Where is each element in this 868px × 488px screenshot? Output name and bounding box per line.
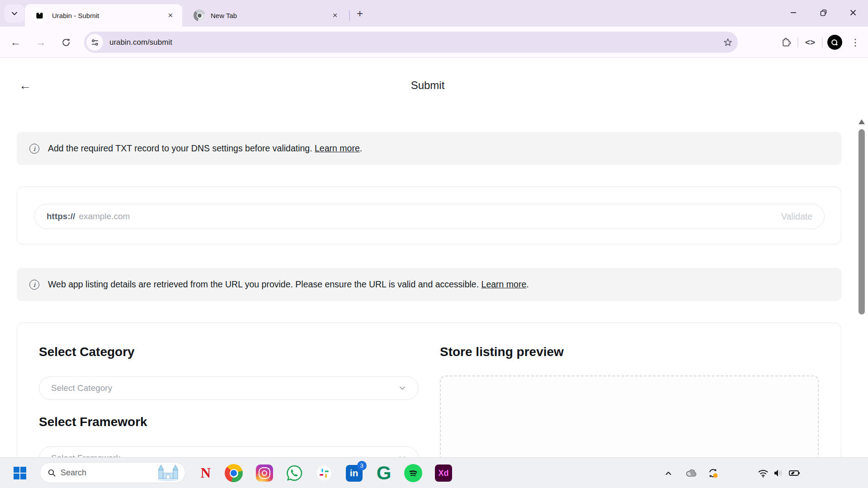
- dev-code-button[interactable]: <>: [801, 33, 819, 52]
- taskbar-chrome-button[interactable]: [225, 464, 243, 482]
- puzzle-icon: [781, 37, 791, 47]
- notice-period: .: [360, 143, 362, 153]
- minimize-icon: [790, 9, 797, 16]
- tune-icon: [91, 38, 99, 47]
- tab-title: Urabin - Submit: [52, 12, 165, 19]
- netflix-icon: N: [201, 465, 211, 481]
- tab-urabin-submit[interactable]: Urabin - Submit ×: [25, 4, 182, 27]
- category-select[interactable]: Select Category: [39, 376, 419, 400]
- scrollbar-thumb[interactable]: [859, 129, 865, 314]
- tab-search-button[interactable]: [5, 5, 24, 23]
- instagram-icon: [256, 465, 273, 482]
- tray-sync-button[interactable]: [704, 464, 722, 482]
- tab-new-tab[interactable]: New Tab ×: [186, 4, 347, 27]
- restore-button[interactable]: [808, 0, 838, 25]
- linkedin-notification-badge: 3: [357, 461, 367, 470]
- taskbar-grammarly-button[interactable]: G: [375, 464, 393, 482]
- back-button[interactable]: ←: [5, 27, 25, 58]
- whatsapp-icon: [285, 464, 303, 482]
- category-select-value: Select Category: [51, 383, 398, 393]
- windows-logo-icon: [20, 474, 26, 479]
- browser-tab-strip: Urabin - Submit × New Tab × +: [0, 0, 868, 27]
- toolbar-divider: [822, 38, 823, 47]
- chrome-icon: [225, 464, 243, 482]
- preview-title: Store listing preview: [440, 345, 564, 359]
- taskbar-search[interactable]: [40, 462, 185, 483]
- profile-button[interactable]: [826, 33, 844, 52]
- new-tab-button[interactable]: +: [353, 7, 367, 20]
- category-label: Select Category: [39, 345, 135, 359]
- sync-update-icon: [707, 467, 719, 479]
- taskbar-whatsapp-button[interactable]: [285, 464, 303, 482]
- slack-icon: [315, 464, 333, 482]
- framework-select-value: Select Framework: [51, 453, 398, 457]
- chevron-down-icon: [11, 10, 18, 17]
- info-icon: i: [29, 144, 39, 154]
- reload-button[interactable]: [56, 27, 76, 58]
- search-highlight-castle-icon[interactable]: [154, 464, 182, 482]
- tab-close-icon[interactable]: ×: [165, 10, 176, 21]
- tray-volume-button[interactable]: [769, 464, 788, 482]
- chevron-down-icon: [398, 384, 406, 392]
- validate-button[interactable]: Validate: [781, 211, 812, 222]
- taskbar-linkedin-button[interactable]: in 3: [345, 464, 363, 482]
- profile-avatar: [827, 35, 842, 50]
- info-icon: i: [29, 280, 39, 290]
- notice-period: .: [526, 279, 528, 289]
- windows-logo-icon: [14, 474, 19, 479]
- toolbar-right-icons: <> ⋮: [777, 27, 864, 58]
- address-bar[interactable]: urabin.com/submit: [84, 32, 738, 53]
- browser-toolbar: ← → urabin.com/submit <>: [0, 27, 868, 58]
- tray-onedrive-button[interactable]: [682, 464, 700, 482]
- battery-saver-icon: [788, 467, 801, 479]
- wifi-icon: [757, 467, 769, 479]
- taskbar-slack-button[interactable]: [315, 464, 333, 482]
- search-icon: [47, 469, 56, 477]
- protocol-prefix: https://: [47, 211, 75, 221]
- tray-show-hidden-icons[interactable]: [659, 464, 677, 482]
- store-listing-preview-box: [440, 375, 819, 457]
- bookmark-star-icon: [723, 38, 733, 47]
- windows-logo-icon: [14, 467, 19, 473]
- speaker-icon: [773, 467, 784, 479]
- menu-button[interactable]: ⋮: [846, 33, 864, 52]
- search-input[interactable]: [61, 468, 128, 478]
- framework-select[interactable]: Select Framework: [39, 446, 419, 457]
- site-settings-button[interactable]: [86, 34, 103, 51]
- minimize-button[interactable]: [778, 0, 808, 25]
- windows-logo-icon: [20, 467, 26, 473]
- url-input-field[interactable]: https:// Validate: [34, 204, 825, 229]
- taskbar-xd-button[interactable]: Xd: [434, 464, 453, 482]
- tab-title: New Tab: [211, 12, 330, 19]
- scroll-up-arrow[interactable]: [859, 119, 865, 124]
- listing-notice-banner: i Web app listing details are retrieved …: [17, 268, 841, 301]
- forward-button[interactable]: →: [31, 27, 51, 58]
- url-text[interactable]: urabin.com/submit: [109, 38, 718, 47]
- start-button[interactable]: [14, 467, 26, 479]
- taskbar-netflix-button[interactable]: N: [197, 464, 215, 482]
- windows-taskbar: N in 3: [0, 457, 868, 488]
- restore-icon: [820, 9, 827, 17]
- grammarly-icon: G: [377, 464, 392, 483]
- learn-more-link[interactable]: Learn more: [315, 143, 360, 153]
- bookmark-button[interactable]: [718, 33, 738, 52]
- notice-body: Web app listing details are retrieved fr…: [48, 279, 479, 289]
- chevron-up-icon: [665, 469, 672, 477]
- tab-divider: [349, 10, 350, 21]
- spotify-icon: [404, 464, 422, 482]
- close-icon: [849, 9, 857, 16]
- close-window-button[interactable]: [838, 0, 868, 25]
- learn-more-link[interactable]: Learn more: [481, 279, 527, 289]
- page-scrollbar[interactable]: [856, 116, 868, 457]
- extensions-button[interactable]: [777, 33, 795, 52]
- tray-battery-button[interactable]: [785, 464, 803, 482]
- taskbar-spotify-button[interactable]: [404, 464, 422, 482]
- cloud-icon: [685, 467, 697, 479]
- adobe-xd-icon: Xd: [435, 465, 452, 482]
- reload-icon: [61, 38, 71, 47]
- page-content: ← Submit i Add the required TXT record t…: [0, 58, 868, 457]
- taskbar-instagram-button[interactable]: [255, 464, 274, 482]
- framework-label: Select Framework: [39, 415, 147, 429]
- tab-close-icon[interactable]: ×: [330, 10, 340, 21]
- website-url-input[interactable]: [79, 211, 781, 221]
